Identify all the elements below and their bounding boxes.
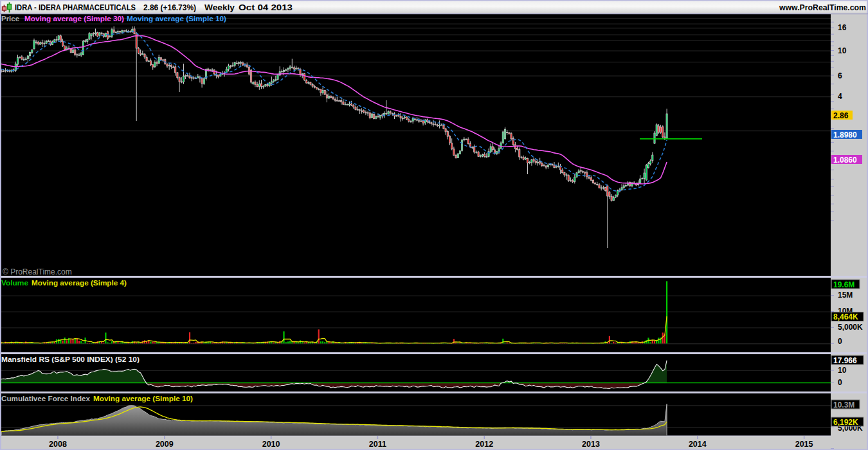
svg-text:4: 4 bbox=[838, 92, 842, 101]
svg-text:5,000K: 5,000K bbox=[838, 323, 863, 332]
svg-text:IDRA - IDERA PHARMACEUTICALS: IDRA - IDERA PHARMACEUTICALS bbox=[15, 3, 136, 12]
svg-text:0: 0 bbox=[838, 337, 842, 346]
svg-text:17.966: 17.966 bbox=[833, 356, 857, 365]
svg-text:6,192K: 6,192K bbox=[833, 418, 858, 427]
svg-text:2015: 2015 bbox=[795, 440, 813, 449]
svg-text:www.ProRealTime.com: www.ProRealTime.com bbox=[779, 3, 866, 12]
svg-text:Moving average (Simple 4): Moving average (Simple 4) bbox=[32, 279, 127, 287]
svg-text:6: 6 bbox=[838, 71, 842, 80]
svg-text:Moving average (Simple 30): Moving average (Simple 30) bbox=[24, 15, 124, 22]
svg-text:Volume: Volume bbox=[1, 279, 28, 287]
svg-text:10: 10 bbox=[838, 46, 847, 55]
svg-text:Price: Price bbox=[1, 15, 19, 22]
svg-text:© ProRealTime.com: © ProRealTime.com bbox=[3, 267, 72, 276]
svg-text:2.86 (+16.73%): 2.86 (+16.73%) bbox=[143, 3, 196, 12]
svg-text:Weekly: Weekly bbox=[204, 3, 235, 12]
svg-text:Oct 04 2013: Oct 04 2013 bbox=[239, 3, 293, 12]
svg-text:Cumulativee Force Index: Cumulativee Force Index bbox=[1, 395, 91, 402]
svg-text:2.86: 2.86 bbox=[833, 111, 849, 120]
svg-text:1.8980: 1.8980 bbox=[833, 130, 857, 140]
svg-text:19.6M: 19.6M bbox=[833, 280, 854, 289]
svg-text:10: 10 bbox=[838, 366, 847, 375]
svg-text:1.0860: 1.0860 bbox=[833, 156, 857, 165]
svg-text:Moving average (Simple 10): Moving average (Simple 10) bbox=[93, 395, 193, 402]
svg-text:10.3M: 10.3M bbox=[833, 401, 854, 410]
svg-text:2013: 2013 bbox=[582, 440, 600, 449]
svg-text:Moving average (Simple 10): Moving average (Simple 10) bbox=[127, 15, 226, 22]
svg-text:2008: 2008 bbox=[49, 440, 67, 449]
svg-text:2009: 2009 bbox=[156, 440, 174, 449]
svg-text:2010: 2010 bbox=[262, 440, 280, 449]
svg-text:16: 16 bbox=[838, 23, 847, 32]
svg-text:2012: 2012 bbox=[475, 440, 493, 449]
svg-text:2014: 2014 bbox=[689, 440, 707, 449]
svg-text:Mansfield RS (S&P 500 INDEX) (: Mansfield RS (S&P 500 INDEX) (52 10) bbox=[1, 356, 140, 363]
svg-text:8,464K: 8,464K bbox=[833, 312, 858, 321]
svg-text:15M: 15M bbox=[838, 291, 853, 300]
svg-text:2011: 2011 bbox=[369, 440, 386, 449]
svg-text:0: 0 bbox=[838, 378, 842, 387]
